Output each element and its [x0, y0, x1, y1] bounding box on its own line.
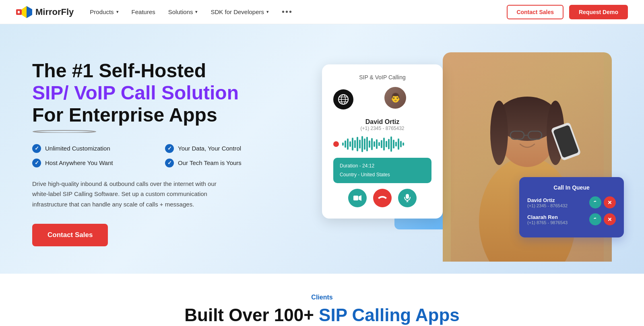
svg-rect-1 — [18, 11, 20, 13]
feature-item-1: Unlimited Customization — [32, 144, 149, 153]
queue-card-title: Call In Queue — [527, 184, 616, 191]
feature-item-4: Our Tech Team is Yours — [165, 159, 282, 167]
waveform — [342, 136, 431, 152]
sdk-chevron-icon: ▾ — [266, 9, 269, 14]
queue-caller-1-number: (+1) 2345 - 8765432 — [527, 203, 589, 208]
hero-description: Drive high-quality inbound & outbound ca… — [32, 179, 233, 210]
nav-more[interactable]: ••• — [282, 7, 293, 17]
svg-point-28 — [593, 217, 598, 222]
nav-actions: Contact Sales Request Demo — [507, 5, 628, 19]
end-call-button[interactable] — [373, 189, 392, 207]
record-dot-icon — [333, 141, 339, 147]
caller-name: David Ortiz — [333, 118, 431, 126]
built-blue-text: SIP Calling Apps — [319, 305, 460, 325]
svg-marker-22 — [359, 195, 361, 201]
waveform-area — [333, 136, 431, 152]
queue-caller-1-name: David Ortiz — [527, 197, 589, 203]
queue-item-2: Claarah Ren (+1) 8765 - 9876543 — [527, 213, 616, 225]
queue-caller-2-info: Claarah Ren (+1) 8765 - 9876543 — [527, 214, 589, 225]
features-grid: Unlimited Customization Your Data, Your … — [32, 144, 282, 167]
contact-sales-button[interactable]: Contact Sales — [507, 5, 564, 19]
decline-call-2-button[interactable] — [604, 213, 616, 225]
globe-phone-icon — [333, 89, 353, 109]
nav-sdk[interactable]: SDK for Developers ▾ — [211, 8, 269, 15]
sip-voip-card: SIP & VoIP Calling 👨 David Ortiz (+1) 23 — [322, 64, 443, 219]
hero-contact-sales-button[interactable]: Contact Sales — [32, 224, 108, 246]
check-icon-4 — [165, 159, 174, 167]
country-row: Country - United States — [340, 171, 425, 180]
sip-card-header: 👨 — [333, 87, 431, 112]
mute-button[interactable] — [398, 189, 417, 207]
check-icon-2 — [32, 159, 41, 167]
queue-caller-1-info: David Ortiz (+1) 2345 - 8765432 — [527, 197, 589, 208]
bottom-section: Clients Built Over 100+ SIP Calling Apps — [0, 274, 644, 326]
hero-section: The #1 Self-Hosted SIP/ VoIP Call Soluti… — [0, 24, 644, 274]
solutions-chevron-icon: ▾ — [195, 9, 198, 14]
queue-item-1: David Ortiz (+1) 2345 - 8765432 — [527, 196, 616, 208]
nav-links: Products ▾ Features Solutions ▾ SDK for … — [90, 7, 507, 17]
nav-features[interactable]: Features — [132, 8, 155, 15]
hero-title-line2: SIP/ VoIP Call Solution — [32, 82, 282, 104]
request-demo-button[interactable]: Request Demo — [569, 5, 628, 19]
svg-marker-2 — [22, 6, 27, 18]
svg-point-9 — [490, 101, 508, 165]
svg-rect-23 — [406, 194, 409, 199]
sip-card-title: SIP & VoIP Calling — [333, 74, 431, 80]
logo[interactable]: MirrorFly — [16, 6, 74, 18]
sip-info-card: Duration - 24:12 Country - United States — [333, 158, 431, 183]
caller-avatar: 👨 — [384, 87, 406, 109]
video-call-button[interactable] — [348, 189, 367, 207]
hero-title-line3: For Enterprise Apps — [32, 104, 282, 126]
hero-right: SIP & VoIP Calling 👨 David Ortiz (+1) 23 — [282, 52, 612, 254]
decline-call-1-button[interactable] — [604, 196, 616, 208]
products-chevron-icon: ▾ — [116, 9, 119, 14]
accept-call-2-button[interactable] — [589, 213, 601, 225]
feature-item-3: Your Data, Your Control — [165, 144, 282, 153]
nav-products[interactable]: Products ▾ — [90, 8, 118, 15]
duration-row: Duration - 24:12 — [340, 162, 425, 171]
queue-item-1-actions — [589, 196, 616, 208]
hero-title-line1: The #1 Self-Hosted — [32, 60, 282, 82]
hero-underline — [32, 130, 97, 133]
queue-caller-2-number: (+1) 8765 - 9876543 — [527, 220, 589, 225]
call-in-queue-card: Call In Queue David Ortiz (+1) 2345 - 87… — [519, 177, 624, 237]
queue-caller-2-name: Claarah Ren — [527, 214, 589, 220]
brand-name: MirrorFly — [35, 7, 74, 17]
accept-call-1-button[interactable] — [589, 196, 601, 208]
nav-solutions[interactable]: Solutions ▾ — [168, 8, 198, 15]
check-icon-3 — [165, 144, 174, 153]
built-over-title: Built Over 100+ SIP Calling Apps — [16, 305, 628, 325]
caller-number: (+1) 2345 - 8765432 — [333, 126, 431, 131]
navbar: MirrorFly Products ▾ Features Solutions … — [0, 0, 644, 24]
check-icon-1 — [32, 144, 41, 153]
mirrorfly-logo-icon — [16, 6, 32, 18]
queue-item-2-actions — [589, 213, 616, 225]
svg-rect-21 — [353, 196, 358, 200]
feature-item-2: Host Anywhere You Want — [32, 159, 149, 167]
hero-left: The #1 Self-Hosted SIP/ VoIP Call Soluti… — [32, 60, 282, 246]
clients-label: Clients — [16, 294, 628, 301]
svg-marker-3 — [27, 6, 32, 18]
sip-controls — [333, 189, 431, 207]
